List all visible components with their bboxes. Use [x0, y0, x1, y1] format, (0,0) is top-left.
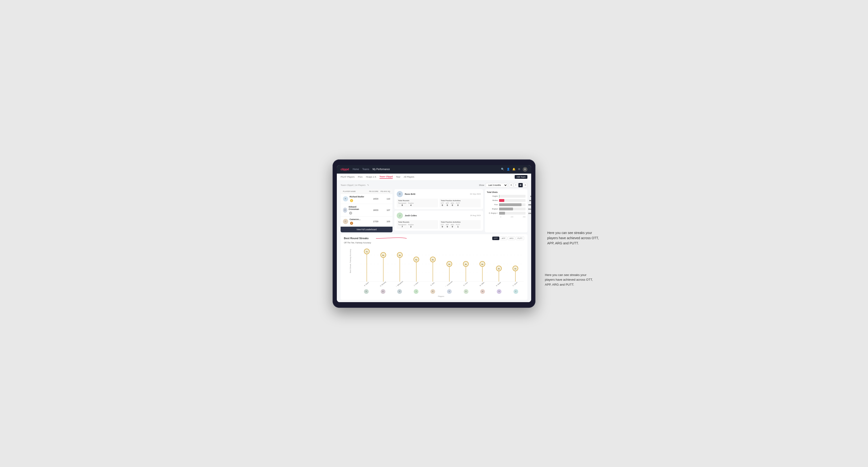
show-filter: Show Last 3 months Last 6 months Last 12…: [479, 183, 527, 187]
pc-name-josh: Josh Coles: [405, 214, 417, 217]
avatar-ebert: E: [364, 289, 369, 294]
player-info-2: E Edward Crossman 2: [343, 206, 364, 215]
pc-date-rees: 02 Sep 2023: [470, 193, 481, 195]
nav-link-teams[interactable]: Teams: [362, 168, 369, 170]
pc-avatar-josh: J: [397, 213, 403, 219]
bar-pars: Pars 499: [487, 203, 526, 206]
avatar-icon[interactable]: R: [523, 167, 527, 172]
player-avg-2: 107: [378, 209, 390, 211]
avatar-crossman: E: [447, 289, 452, 294]
svg-text:4x: 4x: [482, 263, 484, 266]
player-card-josh: J Josh Coles 26 Aug 2023 Total Rounds To…: [394, 211, 483, 231]
bar-label-birdies: Birdies: [487, 199, 499, 201]
filter-tab-arg[interactable]: ARG: [508, 237, 515, 240]
bell-icon[interactable]: 🔔: [512, 168, 516, 171]
sub-nav-hcaps[interactable]: Hcaps 1-5: [366, 176, 376, 179]
bar-birdies: Birdies 96: [487, 199, 526, 202]
grid-view-btn[interactable]: ⊞: [509, 183, 513, 187]
avatar-billingham: D: [397, 289, 402, 294]
bar-label-eagles: Eagles: [487, 195, 499, 197]
player-row-2[interactable]: E Edward Crossman 2 18/20 107: [341, 204, 393, 217]
edit-icon[interactable]: ✎: [367, 184, 369, 186]
streaks-section: Best Round Streaks OTT APP ARG PUTT Off …: [341, 234, 527, 300]
leaderboard-header: PLAYER NAME PB SCORE PB AVG SQ: [341, 189, 393, 194]
svg-text:4x: 4x: [448, 263, 451, 266]
filter-tabs: OTT APP ARG PUTT: [492, 237, 524, 240]
bar-fill-bogeys: [499, 208, 513, 210]
avatar-butler: R: [497, 289, 501, 294]
sub-nav-tour[interactable]: Tour: [396, 176, 400, 179]
lb-col-avg: PB AVG SQ: [378, 190, 390, 192]
filter-select[interactable]: Last 3 months Last 6 months Last 12 mont…: [486, 183, 507, 187]
svg-text:B. McHarg: B. McHarg: [379, 281, 386, 286]
badge-gold: 1: [350, 199, 353, 202]
bar-val-pars: 499: [528, 204, 531, 206]
svg-text:5x: 5x: [415, 259, 417, 261]
bar-val-dbogeys: 131: [528, 212, 531, 214]
add-team-button[interactable]: Add Team: [515, 175, 527, 179]
table-view-btn[interactable]: ⊟: [523, 183, 527, 187]
pc-header-josh: J Josh Coles 26 Aug 2023: [397, 213, 481, 219]
player-row-1[interactable]: R Richard Butler 1 19/20 110: [341, 194, 393, 204]
avatar-quick: C: [514, 289, 518, 294]
player-avg-3: 103: [378, 220, 390, 223]
avatar-coles: J: [414, 289, 418, 294]
sub-nav-team-clippd[interactable]: Team Clippd: [379, 175, 393, 179]
svg-text:3x: 3x: [498, 268, 500, 270]
bar-val-eagles: 3: [530, 195, 531, 197]
nav-link-performance[interactable]: My Performance: [372, 168, 390, 170]
bar-track-birdies: 96: [499, 199, 526, 202]
nav-link-home[interactable]: Home: [352, 168, 359, 170]
external-annotation-text: Here you can see streaks your players ha…: [547, 230, 601, 246]
streaks-header: Best Round Streaks OTT APP ARG PUTT: [344, 237, 524, 240]
search-icon[interactable]: 🔍: [501, 168, 504, 171]
user-icon[interactable]: 👤: [507, 168, 510, 171]
bar-fill-dbogeys: [499, 212, 505, 215]
player-info-1: R Richard Butler 1: [343, 195, 364, 202]
player-row-3[interactable]: C Cameron... 3 17/20 103: [341, 217, 393, 227]
pc-practice-josh: Total Practice Activities OTT 0 APP: [439, 220, 481, 229]
external-annotation: Here you can see streaks your players ha…: [547, 230, 601, 246]
player-score-1: 19/20: [364, 198, 378, 200]
bar-fill-pars: [499, 203, 522, 206]
svg-text:4x: 4x: [465, 263, 467, 266]
bar-chart-title: Total Shots: [487, 191, 526, 193]
bar-label-pars: Pars: [487, 204, 499, 206]
bar-track-pars: 499: [499, 203, 526, 206]
filter-tab-ott[interactable]: OTT: [492, 237, 499, 240]
sub-nav-pga[interactable]: PGA: [358, 176, 363, 179]
annotation-text: Here you can see streaks your players ha…: [545, 273, 597, 287]
show-label: Show: [479, 184, 484, 186]
bar-fill-eagles: [499, 195, 499, 198]
svg-text:E. Crossman: E. Crossman: [445, 280, 453, 286]
tablet-screen: clippd Home Teams My Performance 🔍 👤 🔔 ⚙…: [337, 165, 531, 302]
bar-bogeys: Bogeys 311: [487, 208, 526, 210]
pc-practice-rees: Total Practice Activities OTT 0 APP: [439, 198, 481, 207]
main-content: Team Clippd | 14 Players ✎ Show Last 3 m…: [337, 181, 531, 302]
svg-text:D. Ford: D. Ford: [463, 282, 468, 286]
sub-nav-pgat[interactable]: PGAT Players: [341, 176, 354, 179]
card-view-btn[interactable]: ▦: [519, 183, 523, 187]
bar-val-birdies: 96: [529, 199, 531, 201]
settings-icon[interactable]: ⚙: [518, 168, 520, 171]
team-title-area: Team Clippd | 14 Players ✎: [341, 184, 369, 186]
lb-col-name: PLAYER NAME: [343, 190, 364, 192]
list-view-btn[interactable]: ≡: [514, 183, 518, 187]
streaks-title: Best Round Streaks: [344, 237, 369, 240]
pc-header-rees: R Rees Britt 02 Sep 2023: [397, 191, 481, 197]
filter-tab-putt[interactable]: PUTT: [516, 237, 524, 240]
filter-tab-app[interactable]: APP: [500, 237, 507, 240]
sub-nav-all-players[interactable]: All Players: [404, 176, 414, 179]
player-count: | 14 Players: [353, 184, 365, 186]
badge-silver: 2: [349, 212, 352, 215]
player-cards-col: R Rees Britt 02 Sep 2023 Total Rounds To…: [394, 189, 483, 232]
player-card-rees: R Rees Britt 02 Sep 2023 Total Rounds To…: [394, 189, 483, 209]
player-info-3: C Cameron... 3: [343, 218, 364, 225]
pc-rounds-josh: Total Rounds Tournament 7 Practice: [397, 220, 438, 229]
player-name-1: Richard Butler 1: [349, 195, 364, 202]
nav-links: Home Teams My Performance: [352, 168, 497, 170]
bar-eagles: Eagles 3: [487, 195, 526, 198]
view-leaderboard-button[interactable]: View Full Leaderboard: [341, 227, 393, 232]
avatar-rbritt: R: [431, 289, 435, 294]
view-icons: ⊞ ≡ ▦ ⊟: [509, 183, 527, 187]
